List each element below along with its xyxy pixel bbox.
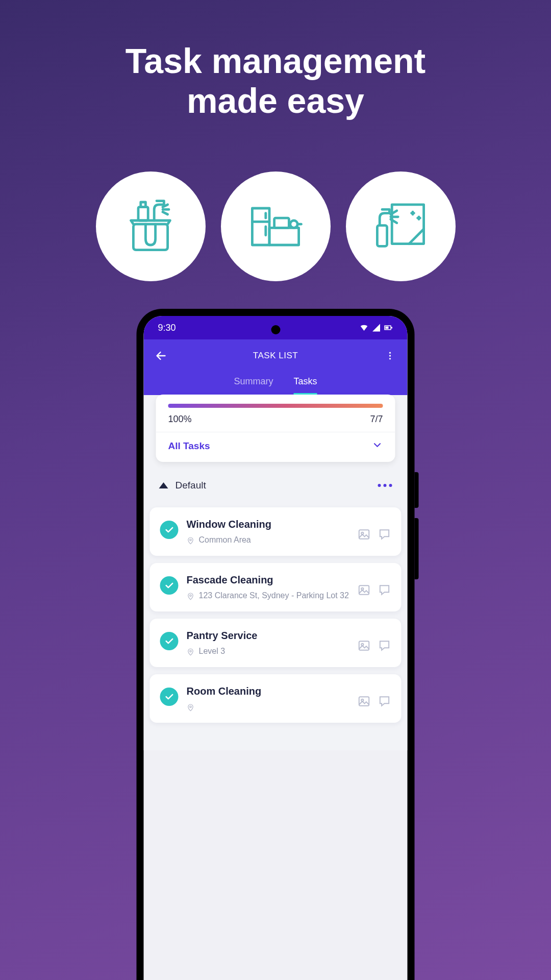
cleaning-supplies-icon: [96, 172, 206, 281]
progress-bar: [168, 404, 383, 408]
task-check-icon: [160, 576, 179, 595]
wifi-icon: [360, 323, 369, 332]
task-location: Level 3: [187, 647, 349, 656]
task-location: [187, 702, 349, 712]
status-icons: [360, 323, 393, 332]
task-list: Window Cleaning Common Area Fascade Clea…: [150, 507, 402, 723]
window-spray-icon: [346, 172, 456, 281]
svg-rect-15: [391, 327, 392, 329]
svg-rect-20: [359, 530, 369, 538]
svg-rect-14: [386, 327, 389, 329]
page-title: TASK LIST: [168, 351, 383, 361]
progress-count: 7/7: [370, 414, 383, 425]
task-location: 123 Clarance St, Sydney - Parking Lot 32: [187, 591, 349, 600]
content: 100% 7/7 All Tasks Default: [144, 395, 408, 750]
signal-icon: [372, 323, 381, 332]
svg-rect-29: [359, 697, 369, 705]
comment-button[interactable]: [378, 639, 391, 652]
task-card[interactable]: Room Cleaning: [150, 674, 402, 723]
svg-rect-7: [269, 228, 299, 245]
location-pin-icon: [187, 648, 195, 656]
promo-title: Task management made easy: [0, 0, 551, 120]
battery-icon: [384, 323, 393, 332]
status-time: 9:30: [158, 323, 176, 333]
svg-point-28: [190, 706, 191, 707]
app-header: TASK LIST Summary Tasks: [144, 339, 408, 395]
kitchen-icon: [221, 172, 331, 281]
promo-title-line2: made easy: [187, 81, 364, 120]
tabs: Summary Tasks: [144, 368, 408, 395]
section-toggle[interactable]: Default: [159, 480, 206, 491]
svg-point-19: [190, 539, 191, 541]
chevron-down-icon: [372, 439, 383, 453]
collapse-up-icon: [159, 482, 168, 488]
svg-point-16: [389, 352, 391, 354]
overflow-menu-button[interactable]: [383, 349, 397, 363]
svg-point-22: [190, 595, 191, 596]
svg-rect-1: [138, 207, 148, 220]
task-location-text: 123 Clarance St, Sydney - Parking Lot 32: [199, 591, 349, 600]
svg-point-17: [389, 355, 391, 356]
task-actions: [358, 583, 391, 597]
svg-rect-23: [359, 585, 369, 594]
task-check-icon: [160, 521, 179, 539]
location-pin-icon: [187, 703, 195, 712]
section-more-button[interactable]: [378, 484, 392, 487]
tab-tasks[interactable]: Tasks: [294, 376, 317, 395]
filter-label: All Tasks: [168, 440, 210, 452]
task-location: Common Area: [187, 535, 349, 545]
more-vert-icon: [385, 351, 395, 361]
promo-icon-row: [0, 172, 551, 281]
comment-button[interactable]: [378, 528, 391, 541]
task-card[interactable]: Pantry Service Level 3: [150, 619, 402, 667]
promo-title-line1: Task management: [126, 41, 425, 80]
phone-camera: [271, 325, 280, 334]
attach-image-button[interactable]: [358, 528, 371, 541]
svg-rect-8: [274, 218, 289, 228]
task-title: Pantry Service: [187, 630, 349, 642]
arrow-left-icon: [155, 350, 167, 362]
task-title: Fascade Cleaning: [187, 574, 349, 586]
phone-side-button: [415, 518, 419, 579]
attach-image-button[interactable]: [358, 695, 371, 708]
phone-frame: 9:30 TASK LIST Summary Tasks: [137, 309, 415, 980]
task-card[interactable]: Window Cleaning Common Area: [150, 507, 402, 556]
section-title: Default: [176, 480, 206, 491]
task-title: Room Cleaning: [187, 685, 349, 697]
back-button[interactable]: [154, 349, 168, 363]
tab-summary[interactable]: Summary: [234, 376, 273, 395]
task-check-icon: [160, 688, 179, 706]
task-actions: [358, 639, 391, 652]
attach-image-button[interactable]: [358, 583, 371, 597]
task-card[interactable]: Fascade Cleaning 123 Clarance St, Sydney…: [150, 563, 402, 611]
progress-percent: 100%: [168, 414, 192, 425]
comment-button[interactable]: [378, 695, 391, 708]
task-check-icon: [160, 632, 179, 650]
location-pin-icon: [187, 536, 195, 545]
comment-button[interactable]: [378, 583, 391, 597]
svg-point-25: [190, 650, 191, 652]
filter-dropdown[interactable]: All Tasks: [156, 432, 395, 462]
phone-side-button: [415, 472, 419, 508]
task-actions: [358, 695, 391, 708]
svg-rect-12: [377, 225, 387, 246]
task-location-text: Common Area: [199, 535, 251, 545]
attach-image-button[interactable]: [358, 639, 371, 652]
task-location-text: Level 3: [199, 647, 226, 656]
svg-rect-26: [359, 641, 369, 650]
svg-rect-2: [141, 202, 146, 207]
task-actions: [358, 528, 391, 541]
task-title: Window Cleaning: [187, 519, 349, 530]
svg-point-18: [389, 358, 391, 359]
location-pin-icon: [187, 592, 195, 600]
progress-card: 100% 7/7 All Tasks: [156, 395, 395, 462]
section-header: Default: [150, 462, 402, 500]
phone-screen: 9:30 TASK LIST Summary Tasks: [144, 316, 408, 980]
